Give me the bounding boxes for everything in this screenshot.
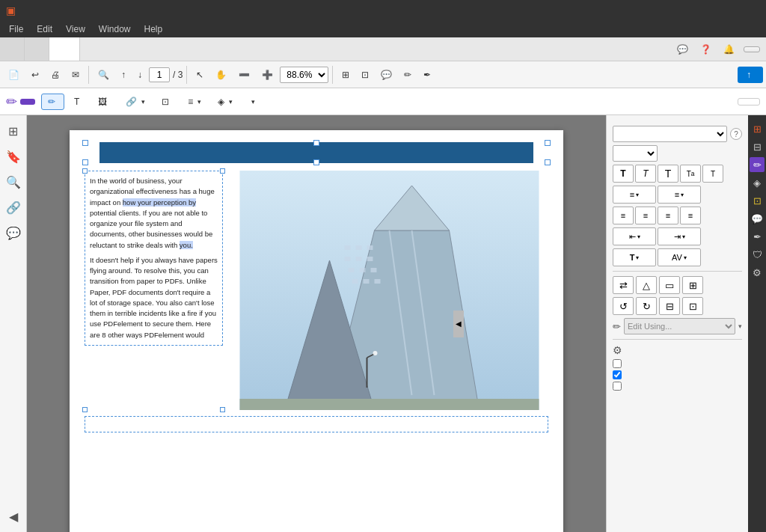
header-footer-button[interactable]: ≡ ▾	[181, 94, 208, 110]
italic-button[interactable]: T	[635, 165, 656, 183]
far-right-enhance-icon[interactable]: ◈	[750, 175, 765, 190]
close-window-button[interactable]	[748, 4, 760, 16]
far-right-edit-icon[interactable]: ✏	[750, 157, 765, 172]
sidebar-search-icon[interactable]: 🔍	[4, 172, 23, 192]
text-resize-tl[interactable]	[82, 168, 88, 174]
more-button[interactable]: ▾	[242, 95, 262, 108]
menu-view[interactable]: View	[60, 22, 91, 36]
font-size-select[interactable]	[613, 145, 658, 162]
rotate-ccw-button[interactable]: ↺	[613, 297, 634, 315]
settings-row[interactable]: ⚙	[613, 344, 742, 356]
distribute-button[interactable]: ⊞	[682, 276, 703, 294]
resize-handle-bl[interactable]	[82, 159, 88, 165]
sidebar-comment-icon[interactable]: 💬	[4, 223, 23, 242]
pdf-title-container[interactable]	[85, 142, 548, 163]
show-bounding-boxes-checkbox[interactable]	[613, 370, 622, 379]
crop-image-button[interactable]: ⊟	[659, 297, 680, 315]
increase-indent-button[interactable]: ⇥▾	[658, 227, 701, 245]
fit-page-button[interactable]: ⊞	[337, 64, 355, 85]
resize-handle-br[interactable]	[545, 159, 551, 165]
menu-window[interactable]: Window	[93, 22, 137, 36]
pen-button[interactable]: ✏	[399, 64, 417, 85]
recognize-text-checkbox[interactable]	[613, 359, 622, 368]
subscript-button[interactable]: T	[702, 165, 723, 183]
edit-button[interactable]: ✏	[41, 94, 64, 110]
text-resize-bl[interactable]	[82, 407, 88, 412]
far-right-sign-icon[interactable]: ✒	[750, 229, 765, 244]
far-right-pdf-icon[interactable]: ⊞	[750, 121, 765, 136]
prev-page-button[interactable]: ↑	[116, 64, 131, 85]
resize-handle-tc[interactable]	[313, 140, 319, 146]
align-obj-button[interactable]: ▭	[659, 276, 680, 294]
share-button[interactable]: ↑	[738, 67, 763, 83]
help-icon[interactable]: ❓	[697, 43, 714, 56]
sidebar-bookmark-icon[interactable]: 🔖	[4, 147, 23, 166]
notification-icon[interactable]: 🔔	[720, 43, 738, 56]
far-right-export-icon[interactable]: ⊟	[750, 139, 765, 154]
link-button[interactable]: 🔗 ▾	[119, 94, 152, 110]
flip-horizontal-button[interactable]: ⇄	[613, 276, 634, 294]
crop-pages-button[interactable]: ⊡	[155, 94, 178, 110]
add-text-button[interactable]: T	[67, 94, 88, 110]
collapse-panel-arrow[interactable]: ◀	[453, 311, 464, 337]
next-page-button[interactable]: ↓	[132, 64, 147, 85]
resize-handle-tl[interactable]	[82, 140, 88, 146]
close-edit-button[interactable]	[738, 98, 760, 106]
bottom-section[interactable]	[85, 416, 548, 432]
align-center-button[interactable]: ≡	[635, 207, 656, 224]
tab-document[interactable]	[49, 37, 80, 61]
text-resize-tr[interactable]	[220, 168, 225, 174]
text-block[interactable]: In the world of business, your organizat…	[85, 171, 223, 346]
restrict-editing-checkbox[interactable]	[613, 382, 622, 391]
tab-home[interactable]	[0, 37, 25, 61]
minimize-button[interactable]	[718, 4, 730, 16]
ordered-list-button[interactable]: ≡▾	[658, 186, 701, 204]
hand-tool-button[interactable]: ✋	[210, 64, 232, 85]
rotate-cw-button[interactable]: ↻	[636, 297, 657, 315]
text-color-button[interactable]: T▾	[613, 248, 656, 266]
resize-handle-tr[interactable]	[545, 140, 551, 146]
zoom-in-button[interactable]: ➕	[257, 64, 278, 85]
decrease-indent-button[interactable]: ⇤▾	[613, 227, 656, 245]
far-right-protect-icon[interactable]: 🛡	[750, 247, 765, 262]
zoom-out-button[interactable]: 🔍	[93, 64, 114, 85]
unordered-list-button[interactable]: ≡▾	[613, 186, 656, 204]
text-column[interactable]: In the world of business, your organizat…	[85, 171, 223, 410]
sidebar-thumbnail-icon[interactable]: ⊞	[4, 121, 23, 141]
chat-icon[interactable]: 💬	[674, 43, 691, 56]
resize-handle-bc[interactable]	[313, 159, 319, 165]
signature-button[interactable]: ✒	[418, 64, 436, 85]
far-right-comment-icon[interactable]: 💬	[750, 211, 765, 226]
zoom-out-small-button[interactable]: ➖	[233, 64, 255, 85]
page-number-input[interactable]	[149, 67, 170, 82]
add-image-button[interactable]: 🖼	[91, 94, 116, 110]
menu-help[interactable]: Help	[138, 22, 169, 36]
align-right-button[interactable]: ≡	[658, 207, 678, 224]
sign-in-button[interactable]	[744, 46, 760, 52]
font-select[interactable]	[613, 126, 727, 142]
align-left-button[interactable]: ≡	[613, 207, 634, 224]
far-right-tools-icon[interactable]: ⚙	[750, 265, 765, 280]
tab-tools[interactable]	[25, 37, 49, 61]
select-tool-button[interactable]: ↖	[191, 64, 209, 85]
maximize-button[interactable]	[733, 4, 745, 16]
menu-file[interactable]: File	[3, 22, 29, 36]
email-button[interactable]: ✉	[67, 64, 85, 85]
far-right-organize-icon[interactable]: ⊡	[750, 193, 765, 208]
zoom-select[interactable]: 88.6% 100% 75% 50%	[280, 67, 328, 83]
open-button[interactable]: ↩	[26, 64, 44, 85]
menu-edit[interactable]: Edit	[31, 22, 58, 36]
watermark-button[interactable]: ◈ ▾	[211, 94, 239, 110]
larger-text-button[interactable]: T	[658, 165, 678, 183]
text-format-button[interactable]: AV▾	[658, 248, 701, 266]
comment-button[interactable]: 💬	[376, 64, 397, 85]
superscript-button[interactable]: Ta	[680, 165, 701, 183]
flip-vertical-button[interactable]: △	[636, 276, 657, 294]
replace-image-button[interactable]: ⊡	[682, 297, 703, 315]
edit-using-select[interactable]: Edit Using...	[624, 318, 735, 334]
full-screen-button[interactable]: ⊡	[356, 64, 374, 85]
align-justify-button[interactable]: ≡	[680, 207, 701, 224]
print-button[interactable]: 🖨	[46, 64, 65, 85]
sidebar-link-icon[interactable]: 🔗	[4, 198, 23, 217]
sidebar-collapse-arrow[interactable]: ◀	[4, 507, 23, 526]
